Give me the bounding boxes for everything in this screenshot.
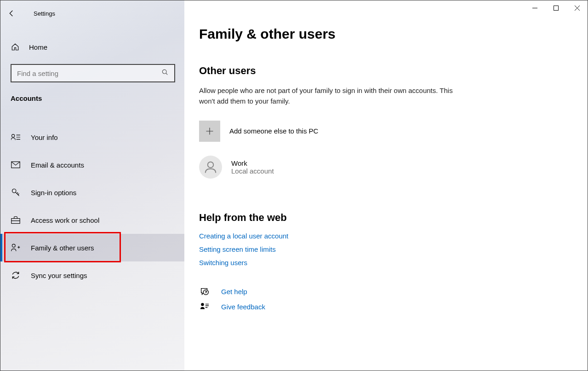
svg-point-5 <box>12 244 15 247</box>
svg-point-1 <box>12 134 15 137</box>
sidebar-item-label: Sign-in options <box>31 189 76 197</box>
help-link-switching[interactable]: Switching users <box>199 259 506 267</box>
user-avatar-icon <box>199 156 222 179</box>
maximize-button[interactable] <box>545 0 566 15</box>
family-icon <box>11 243 21 252</box>
search-input[interactable] <box>11 70 174 77</box>
search-icon <box>161 69 169 78</box>
other-users-description: Allow people who are not part of your fa… <box>199 85 457 107</box>
get-help-link[interactable]: Get help <box>221 288 247 296</box>
sidebar-item-label: Access work or school <box>31 216 99 224</box>
close-button[interactable] <box>566 0 588 15</box>
get-help-icon <box>199 287 210 297</box>
other-users-heading: Other users <box>199 65 506 77</box>
help-link-screen-time[interactable]: Setting screen time limits <box>199 245 506 253</box>
give-feedback-link[interactable]: Give feedback <box>221 303 265 311</box>
sidebar: Settings Home Accounts Your info <box>0 0 184 371</box>
minimize-button[interactable] <box>524 0 545 15</box>
get-help-row[interactable]: Get help <box>199 287 506 297</box>
home-icon <box>11 43 20 51</box>
window-title: Settings <box>34 10 55 17</box>
home-label: Home <box>29 43 47 51</box>
sidebar-item-work[interactable]: Access work or school <box>0 206 184 234</box>
main-content: Family & other users Other users Allow p… <box>184 0 588 371</box>
user-row[interactable]: Work Local account <box>199 156 506 179</box>
user-type: Local account <box>231 167 274 175</box>
your-info-icon <box>11 133 21 141</box>
search-box[interactable] <box>11 64 175 82</box>
sidebar-item-sync[interactable]: Sync your settings <box>0 261 184 289</box>
sidebar-item-label: Your info <box>31 133 58 141</box>
sidebar-item-label: Sync your settings <box>31 272 87 279</box>
sidebar-item-family[interactable]: Family & other users <box>0 234 184 261</box>
email-icon <box>11 161 21 168</box>
sidebar-item-label: Email & accounts <box>31 161 84 169</box>
add-user-label: Add someone else to this PC <box>229 127 318 135</box>
svg-point-0 <box>162 70 166 74</box>
svg-point-9 <box>201 303 204 306</box>
user-name: Work <box>231 159 274 167</box>
key-icon <box>11 188 21 197</box>
help-link-local-account[interactable]: Creating a local user account <box>199 232 506 240</box>
back-button[interactable] <box>6 8 17 19</box>
svg-point-7 <box>208 162 214 168</box>
feedback-icon <box>199 302 210 312</box>
give-feedback-row[interactable]: Give feedback <box>199 302 506 312</box>
page-title: Family & other users <box>199 26 506 42</box>
sidebar-item-signin[interactable]: Sign-in options <box>0 179 184 206</box>
svg-rect-6 <box>554 6 558 10</box>
plus-icon <box>199 121 220 142</box>
category-label: Accounts <box>0 82 184 110</box>
add-user-button[interactable]: Add someone else to this PC <box>199 121 506 142</box>
sidebar-item-email[interactable]: Email & accounts <box>0 151 184 179</box>
help-heading: Help from the web <box>199 212 506 224</box>
home-nav[interactable]: Home <box>0 36 184 58</box>
briefcase-icon <box>11 216 21 224</box>
sync-icon <box>11 271 21 280</box>
sidebar-item-label: Family & other users <box>31 244 94 252</box>
sidebar-item-your-info[interactable]: Your info <box>0 123 184 151</box>
